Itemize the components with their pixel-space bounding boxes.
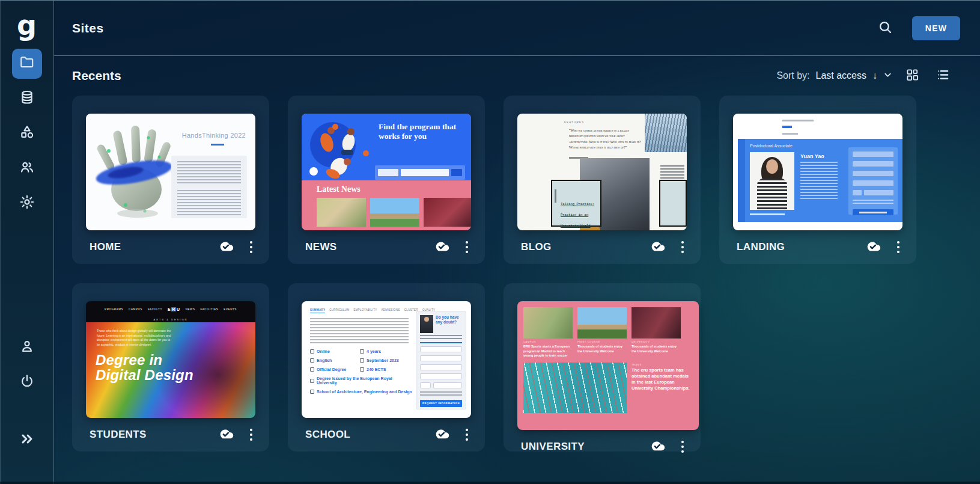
photo-swimming-pool xyxy=(523,363,627,413)
news-photo-campus xyxy=(370,198,419,227)
tab-item: CURRICULUM xyxy=(329,308,349,313)
card-footer: NEWS xyxy=(302,230,471,264)
new-site-button[interactable]: NEW xyxy=(912,16,960,40)
faux-field xyxy=(420,373,462,379)
site-thumbnail-university[interactable]: CAMPUS ERU Sports starts a European prog… xyxy=(517,301,699,430)
cloud-check-icon xyxy=(864,239,882,256)
content-header: Recents Sort by: Last access ↓ xyxy=(72,64,954,87)
site-card-blog: FEATURES “Who we center as our subject i… xyxy=(504,96,701,264)
page-title: Sites xyxy=(72,21,104,35)
site-thumbnail-students[interactable]: PROGRAMS CAMPUS FACULTY ERU NEWS FACILIT… xyxy=(86,301,255,418)
tab-item: SUMMARY xyxy=(310,308,325,313)
top-bar: Sites NEW xyxy=(54,1,980,56)
site-name: NEWS xyxy=(305,241,433,253)
sidebar-item-members[interactable] xyxy=(12,153,42,183)
eru-logo: ERU xyxy=(168,307,180,311)
site-card-home: HandsThinking 2022 HOME xyxy=(72,96,269,264)
nav-item: PROGRAMS xyxy=(105,308,123,311)
thumb-students-headline: Degree in Digital Design xyxy=(96,353,198,383)
blog-photo-curved-building xyxy=(645,114,687,152)
app-logo: g xyxy=(17,7,37,46)
sidebar-item-sites[interactable] xyxy=(12,49,42,79)
chevron-down-icon xyxy=(883,70,892,82)
main-area: Sites NEW Recents Sort by: Last access ↓ xyxy=(54,1,980,484)
site-thumbnail-school[interactable]: SUMMARY CURRICULUM EMPLOYABILITY ADMISSI… xyxy=(302,301,471,418)
news-photo-runners xyxy=(424,198,471,227)
faux-field xyxy=(433,382,462,388)
faux-field xyxy=(853,152,893,157)
faux-field xyxy=(853,180,893,186)
faux-consent-text xyxy=(420,391,462,397)
card-menu-button[interactable] xyxy=(681,240,684,254)
shapes-icon xyxy=(19,124,35,142)
search-button[interactable] xyxy=(874,16,896,40)
nav-item: FACULTY xyxy=(148,308,162,311)
faux-field xyxy=(853,190,862,195)
thumb-students-intro: Those who think about design globally wi… xyxy=(97,329,174,347)
thumb-university-feature: TEAMS The eru sports team has obtained a… xyxy=(523,363,693,413)
site-card-landing: Postdoctoral Associate Faculty Yuan Yao xyxy=(719,96,916,264)
sidebar-item-settings[interactable] xyxy=(12,188,42,218)
thumb-blog-feature-box: Talking Practice: Practice in an Uncerta… xyxy=(551,180,601,227)
sidebar-expand-button[interactable] xyxy=(12,425,42,455)
list-view-icon xyxy=(936,68,950,84)
feature-text: The eru sports team has obtained abundan… xyxy=(632,367,693,392)
sidebar-item-account[interactable] xyxy=(12,332,42,363)
tile-label: CAMPUS xyxy=(523,341,573,343)
thumb-blog-link: Talking Practice: Practice in an Uncerta… xyxy=(561,202,594,228)
thumb-blog-kicker: FEATURES xyxy=(564,121,584,124)
card-menu-button[interactable] xyxy=(465,427,469,442)
site-name: UNIVERSITY xyxy=(521,441,648,453)
faux-legal-text xyxy=(853,200,893,206)
sidebar-item-logout[interactable] xyxy=(12,367,42,397)
tab-item: EMPLOYABILITY xyxy=(353,308,377,313)
site-thumbnail-blog[interactable]: FEATURES “Who we center as our subject i… xyxy=(517,114,687,230)
site-card-school: SUMMARY CURRICULUM EMPLOYABILITY ADMISSI… xyxy=(288,283,485,452)
card-menu-button[interactable] xyxy=(249,240,253,254)
faux-footer-line xyxy=(750,213,785,215)
faux-field xyxy=(864,190,893,195)
site-thumbnail-landing[interactable]: Postdoctoral Associate Faculty Yuan Yao xyxy=(733,114,902,230)
faux-sidenote xyxy=(660,165,684,181)
site-name: LANDING xyxy=(737,241,864,253)
tile-label: TEAMS xyxy=(632,364,693,366)
card-footer: BLOG xyxy=(517,230,687,264)
cloud-check-icon xyxy=(433,426,451,443)
site-card-university: CAMPUS ERU Sports starts a European prog… xyxy=(504,283,701,452)
thumb-school-form-title: Do you have any doubt? xyxy=(436,315,462,333)
thumb-university-tiles: CAMPUS ERU Sports starts a European prog… xyxy=(523,307,693,358)
card-menu-button[interactable] xyxy=(465,240,469,254)
card-menu-button[interactable] xyxy=(249,427,253,442)
nav-item: NEWS xyxy=(186,308,195,311)
fact-item: 4 years xyxy=(360,349,412,354)
card-footer: HOME xyxy=(86,230,255,264)
sidebar-item-content[interactable] xyxy=(12,84,42,114)
grid-view-button[interactable] xyxy=(902,64,923,87)
sort-label: Sort by: xyxy=(776,70,809,81)
site-name: BLOG xyxy=(521,241,648,253)
thumb-landing-form xyxy=(848,147,898,215)
thumb-landing-left-strip xyxy=(738,139,745,222)
thumb-landing-role: Postdoctoral Associate xyxy=(750,144,793,148)
thumb-news-headline: Find the program that works for you xyxy=(379,122,459,141)
tile-caption: ERU Sports starts a European program in … xyxy=(523,345,573,358)
grid-view-icon xyxy=(905,68,919,84)
site-thumbnail-home[interactable]: HandsThinking 2022 xyxy=(86,114,255,230)
news-tile: CAMPUS ERU Sports starts a European prog… xyxy=(523,307,573,358)
card-menu-button[interactable] xyxy=(681,440,684,454)
advisor-photo xyxy=(420,315,433,333)
site-card-news: Find the program that works for you Late… xyxy=(288,96,485,264)
tile-label: UNIVERSITY xyxy=(632,341,681,343)
site-thumbnail-news[interactable]: Find the program that works for you Late… xyxy=(302,114,471,230)
thumb-landing-portrait xyxy=(750,152,794,210)
list-view-button[interactable] xyxy=(933,64,954,87)
cloud-check-icon xyxy=(217,239,235,256)
photo-campus xyxy=(577,307,627,338)
folder-icon xyxy=(19,55,35,73)
thumb-school-facts: Online 4 years English September 2023 Of… xyxy=(310,349,412,394)
site-name: STUDENTS xyxy=(90,429,217,441)
sidebar-item-components[interactable] xyxy=(12,118,42,149)
sort-control[interactable]: Sort by: Last access ↓ xyxy=(776,70,892,82)
card-menu-button[interactable] xyxy=(896,240,900,254)
users-icon xyxy=(19,159,35,177)
